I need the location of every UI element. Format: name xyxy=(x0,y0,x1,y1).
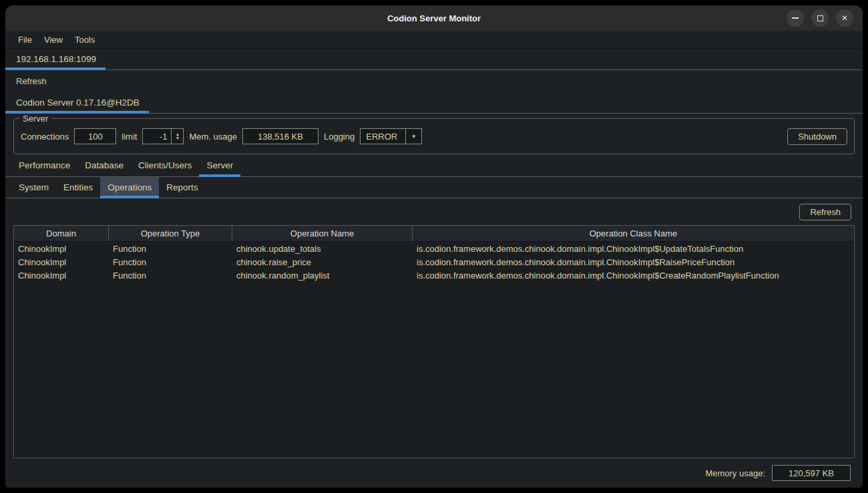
server-instance-tab-bar: Codion Server 0.17.16@H2DB xyxy=(5,92,863,114)
tab-database[interactable]: Database xyxy=(77,154,131,176)
mem-usage-field: 138,516 KB xyxy=(242,128,318,144)
logging-dropdown-button[interactable]: ▼ xyxy=(405,129,421,144)
connections-value: 100 xyxy=(88,132,103,142)
connection-host-label: 192.168.1.168:1099 xyxy=(16,54,96,64)
cell-operation-name: chinook.random_playlist xyxy=(232,269,413,282)
menu-file[interactable]: File xyxy=(12,35,38,45)
connections-field[interactable]: 100 xyxy=(74,128,116,144)
tab-database-label: Database xyxy=(85,160,124,170)
menu-bar: File View Tools xyxy=(5,31,863,49)
close-icon: ✕ xyxy=(841,14,848,22)
cell-operation-name: chinook.update_totals xyxy=(232,242,413,255)
mem-usage-value: 138,516 KB xyxy=(258,132,303,142)
tab-reports-label: Reports xyxy=(166,182,198,192)
minimize-icon xyxy=(792,17,799,19)
column-header-operation-class-name[interactable]: Operation Class Name xyxy=(413,226,854,241)
app-window: Codion Server Monitor ✕ File View Tools … xyxy=(5,5,863,488)
tab-entities-label: Entities xyxy=(63,182,93,192)
memory-usage-value: 120,597 KB xyxy=(789,468,834,478)
column-header-operation-name[interactable]: Operation Name xyxy=(232,226,413,241)
tab-performance[interactable]: Performance xyxy=(11,154,77,176)
table-row[interactable]: ChinookImpl Function chinook.raise_price… xyxy=(14,255,854,269)
window-title: Codion Server Monitor xyxy=(5,13,863,23)
tab-clients-users[interactable]: Clients/Users xyxy=(131,154,199,176)
logging-combobox[interactable]: ERROR ▼ xyxy=(360,128,422,144)
tab-clients-users-label: Clients/Users xyxy=(138,160,192,170)
limit-value: -1 xyxy=(143,132,171,142)
menu-view[interactable]: View xyxy=(38,35,69,45)
tab-entities[interactable]: Entities xyxy=(56,177,100,198)
close-button[interactable]: ✕ xyxy=(836,9,853,27)
tab-operations-label: Operations xyxy=(107,182,152,192)
tab-connection-host[interactable]: 192.168.1.168:1099 xyxy=(5,49,105,69)
server-instance-label: Codion Server 0.17.16@H2DB xyxy=(16,98,140,108)
limit-spinner[interactable]: -1 ▲ ▼ xyxy=(142,128,184,144)
cell-operation-type: Function xyxy=(109,255,232,269)
maximize-icon xyxy=(817,15,823,21)
tab-performance-label: Performance xyxy=(19,160,70,170)
spinner-down-icon[interactable]: ▼ xyxy=(176,136,180,140)
logging-value: ERROR xyxy=(361,132,405,142)
table-header-row: Domain Operation Type Operation Name Ope… xyxy=(14,226,854,242)
server-group-box: Server Connections 100 limit -1 ▲ ▼ Mem.… xyxy=(13,118,855,154)
table-row[interactable]: ChinookImpl Function chinook.update_tota… xyxy=(14,242,854,255)
cell-domain: ChinookImpl xyxy=(14,242,109,255)
operations-table: Domain Operation Type Operation Name Ope… xyxy=(13,225,855,458)
title-bar: Codion Server Monitor ✕ xyxy=(5,5,863,31)
cell-operation-class-name: is.codion.framework.demos.chinook.domain… xyxy=(413,269,854,282)
logging-label: Logging xyxy=(324,132,355,142)
table-row[interactable]: ChinookImpl Function chinook.random_play… xyxy=(14,269,854,282)
connection-tab-bar: 192.168.1.168:1099 xyxy=(5,49,863,70)
cell-operation-class-name: is.codion.framework.demos.chinook.domain… xyxy=(413,255,854,269)
cell-domain: ChinookImpl xyxy=(14,255,109,269)
menu-tools[interactable]: Tools xyxy=(69,35,101,45)
limit-label: limit xyxy=(122,132,137,142)
tab-server-label: Server xyxy=(206,160,233,170)
main-tab-bar: Performance Database Clients/Users Serve… xyxy=(5,154,863,177)
column-header-operation-type[interactable]: Operation Type xyxy=(109,226,232,241)
connections-label: Connections xyxy=(21,132,69,142)
tab-server-instance[interactable]: Codion Server 0.17.16@H2DB xyxy=(5,92,149,113)
refresh-menu-row: Refresh xyxy=(5,70,863,92)
refresh-menu-item[interactable]: Refresh xyxy=(16,76,47,86)
minimize-button[interactable] xyxy=(787,9,804,27)
tab-system[interactable]: System xyxy=(11,177,56,198)
tab-reports[interactable]: Reports xyxy=(159,177,205,198)
shutdown-button[interactable]: Shutdown xyxy=(787,128,847,145)
limit-spinner-arrows[interactable]: ▲ ▼ xyxy=(171,129,183,144)
tab-system-label: System xyxy=(19,182,49,192)
refresh-button[interactable]: Refresh xyxy=(799,204,851,220)
server-sub-tab-bar: System Entities Operations Reports xyxy=(5,177,863,198)
chevron-down-icon: ▼ xyxy=(411,134,417,140)
status-bar: Memory usage: 120,597 KB xyxy=(5,458,863,488)
memory-usage-label: Memory usage: xyxy=(705,468,765,478)
column-header-domain[interactable]: Domain xyxy=(14,226,109,241)
memory-usage-field: 120,597 KB xyxy=(772,465,851,481)
cell-domain: ChinookImpl xyxy=(14,269,109,282)
mem-usage-label: Mem. usage xyxy=(189,132,237,142)
maximize-button[interactable] xyxy=(811,9,829,27)
cell-operation-type: Function xyxy=(109,242,232,255)
cell-operation-class-name: is.codion.framework.demos.chinook.domain… xyxy=(413,242,854,255)
tab-server[interactable]: Server xyxy=(199,154,240,176)
cell-operation-name: chinook.raise_price xyxy=(232,255,413,269)
cell-operation-type: Function xyxy=(109,269,232,282)
window-controls: ✕ xyxy=(787,9,863,27)
operations-toolbar: Refresh xyxy=(5,198,863,225)
tab-operations[interactable]: Operations xyxy=(100,177,159,198)
server-group-legend: Server xyxy=(19,114,51,124)
